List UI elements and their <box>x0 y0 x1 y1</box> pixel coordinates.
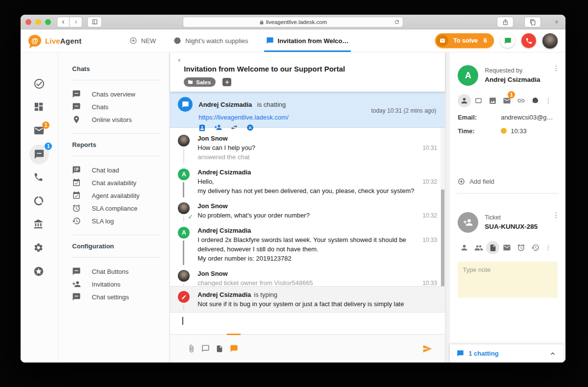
message-time: 10:33 <box>422 236 437 245</box>
requester-menu-button[interactable]: ⋮ <box>553 64 560 72</box>
nav-item-chats-overview[interactable]: Chats overview <box>58 88 170 100</box>
nav-item-chat-settings[interactable]: Chat settings <box>58 290 170 303</box>
requester-image-button[interactable] <box>486 94 499 107</box>
nav-item-sla-compliance[interactable]: SLA compliance <box>58 202 170 215</box>
message-time: 10:31 <box>422 144 437 153</box>
close-window-button[interactable] <box>25 19 31 25</box>
collapse-chevron-icon[interactable] <box>549 350 557 358</box>
chats-status-button[interactable] <box>500 33 515 48</box>
note-mode-button[interactable] <box>214 343 225 354</box>
browser-sidebar-toggle[interactable] <box>87 17 102 27</box>
ticket-actions: ⋮ <box>458 241 558 254</box>
brand-text: LiveAgent <box>45 37 81 45</box>
active-mode-indicator <box>227 334 241 335</box>
nav-item-chat-load[interactable]: Chat load <box>58 164 170 176</box>
chat-badge: 1 <box>45 143 52 150</box>
nav-item-sla-log[interactable]: SLA log <box>58 215 170 227</box>
visitor-status: is chatting <box>257 101 286 108</box>
note-input[interactable] <box>458 262 558 298</box>
chat-load-icon <box>72 166 81 174</box>
chat-start-time: today 10:31 (2 mins ago) <box>371 107 436 114</box>
ticket-alarm-button[interactable] <box>514 241 528 254</box>
agent-avatar[interactable] <box>542 33 558 48</box>
tab-invitation-active[interactable]: Invitation from Welco… <box>266 29 349 52</box>
scrollbar-thumb[interactable] <box>441 190 444 286</box>
logo-bubble-icon: @ <box>28 35 41 47</box>
attach-file-button[interactable] <box>186 343 196 354</box>
ticket-person-button[interactable] <box>458 241 471 254</box>
add-tag-button[interactable]: + <box>222 78 231 86</box>
browser-share-button[interactable] <box>497 17 514 27</box>
send-button[interactable] <box>422 344 432 354</box>
ticket-history-button[interactable] <box>529 241 542 254</box>
chatting-status-bar[interactable]: 1 chatting <box>450 344 564 363</box>
nav-item-online-visitors[interactable]: Online visitors <box>58 113 170 126</box>
ticket-group-button[interactable] <box>472 241 485 254</box>
pencil-icon <box>181 294 187 300</box>
rail-social-button[interactable] <box>33 195 45 207</box>
requester-actions: 1 ⋮ <box>458 94 558 107</box>
chat-mode-button-active[interactable] <box>228 343 239 354</box>
chat-green-icon <box>504 37 512 45</box>
thread-guide <box>183 305 184 310</box>
tab-new[interactable]: NEW <box>129 29 156 52</box>
mailchimp-button[interactable] <box>529 94 542 107</box>
browser-url-bar[interactable]: liveagentlive.ladesk.com <box>183 17 403 27</box>
nav-item-invitations[interactable]: Invitations <box>58 278 170 290</box>
requester-link-button[interactable] <box>514 94 528 107</box>
composer-toolbar <box>170 334 445 363</box>
to-solve-button[interactable]: To solve 6 <box>435 33 494 48</box>
message-mode-button[interactable] <box>200 343 211 354</box>
nav-item-label: Online visitors <box>92 116 132 123</box>
chat-icon <box>72 90 81 98</box>
nav-item-chats[interactable]: Chats <box>58 100 170 113</box>
ticket-mail-button[interactable] <box>500 241 514 254</box>
phone-status-button[interactable] <box>521 33 536 48</box>
link-icon <box>517 97 525 105</box>
message-author: Jon Snow <box>197 202 416 211</box>
reload-button[interactable] <box>394 19 400 25</box>
ticket-note-button-active[interactable] <box>486 241 499 254</box>
nav-item-agent-availability[interactable]: Agent availability <box>58 189 170 202</box>
ticket-label: Ticket <box>485 212 538 222</box>
liveagent-logo[interactable]: @ LiveAgent <box>28 35 129 47</box>
reply-input[interactable] <box>170 313 445 334</box>
text-caret <box>182 317 183 325</box>
rail-starred-button[interactable] <box>33 266 45 278</box>
to-solve-count: 6 <box>484 37 487 44</box>
add-field-button[interactable]: Add field <box>458 178 558 185</box>
ticket-title: Invitation from Welcome to our Support P… <box>184 65 436 73</box>
tag-sales[interactable]: Sales <box>184 77 216 87</box>
avatar-andrej: A <box>178 227 190 239</box>
browser-new-tab-button[interactable]: + <box>552 17 562 27</box>
visitor-url-link[interactable]: https://liveagentlive.ladesk.com/ <box>198 114 437 121</box>
requester-mail-button[interactable]: 1 <box>500 94 514 107</box>
rail-chats-button-active[interactable]: 1 <box>29 145 49 164</box>
rail-settings-button[interactable] <box>33 242 45 254</box>
rail-calls-button[interactable] <box>33 172 45 184</box>
requester-more-button[interactable]: ⋮ <box>545 97 551 104</box>
nav-item-chat-buttons[interactable]: Chat Buttons <box>58 265 170 278</box>
chat-icon <box>72 267 81 276</box>
minimize-window-button[interactable] <box>35 19 41 25</box>
browser-tabs-button[interactable] <box>524 17 541 27</box>
browser-forward-button[interactable] <box>70 17 82 27</box>
ticket-avatar[interactable] <box>458 212 478 233</box>
requester-profile-button[interactable] <box>458 94 471 107</box>
rail-tosolve-button[interactable] <box>33 78 45 90</box>
ticket-menu-button[interactable]: ⋮ <box>553 211 560 219</box>
history-icon <box>72 217 81 225</box>
requester-avatar[interactable]: A <box>458 65 478 86</box>
browser-back-button[interactable] <box>57 17 70 27</box>
requester-card-button[interactable] <box>472 94 485 107</box>
rail-academy-button[interactable] <box>33 219 45 231</box>
nav-item-chat-availability[interactable]: Chat availability <box>58 176 170 189</box>
rail-dashboard-button[interactable] <box>33 101 45 113</box>
back-button[interactable]: ‹ <box>178 56 185 63</box>
ticket-more-button[interactable]: ⋮ <box>545 244 551 251</box>
rail-tickets-button[interactable]: 1 <box>33 125 45 137</box>
tab-label: Invitation from Welco… <box>278 37 349 45</box>
tab-nights-watch-supplies[interactable]: Night's watch supplies <box>173 29 248 52</box>
zoom-window-button[interactable] <box>45 19 51 25</box>
delivered-check-icon: ✓ <box>188 212 193 221</box>
